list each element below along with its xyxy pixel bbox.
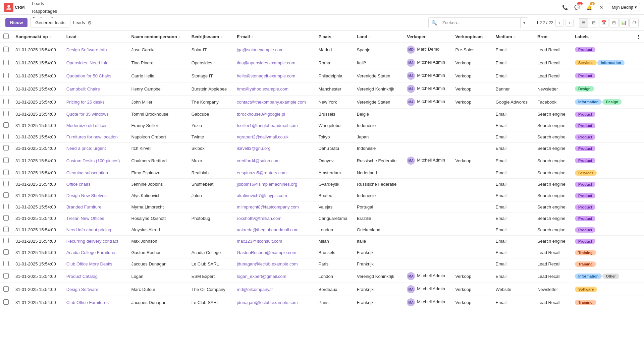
row-lead[interactable]: Cleaning subscription (63, 167, 128, 179)
row-checkbox-cell[interactable] (0, 296, 12, 309)
row-checkbox[interactable] (3, 99, 9, 104)
label-badge-information[interactable]: Information (597, 60, 625, 65)
label-badge-software[interactable]: Software (575, 287, 597, 292)
row-checkbox-cell[interactable] (0, 179, 12, 190)
nav-item-leads[interactable]: Leads (29, 0, 60, 7)
label-badge-information[interactable]: Information (575, 99, 602, 105)
row-checkbox[interactable] (3, 227, 9, 232)
row-email[interactable]: ikirvell3@gnu.org (233, 143, 315, 154)
row-checkbox[interactable] (3, 273, 9, 279)
row-checkbox-cell[interactable] (0, 120, 12, 131)
row-email[interactable]: eespinazo5@reuters.com (233, 167, 315, 179)
row-checkbox-cell[interactable] (0, 109, 12, 120)
row-lead[interactable]: Design New Shelves (63, 190, 128, 201)
row-checkbox-cell[interactable] (0, 270, 12, 283)
col-header-labels[interactable]: Labels ↕ (572, 31, 633, 43)
row-checkbox[interactable] (3, 192, 9, 198)
row-checkbox[interactable] (3, 122, 9, 128)
row-checkbox[interactable] (3, 299, 9, 305)
label-badge-information[interactable]: Information (575, 274, 602, 279)
col-header-naam-contactpersoon[interactable]: Naam contactpersoon ↕ (128, 31, 188, 43)
row-lead[interactable]: Furnitures for new location (63, 131, 128, 143)
row-checkbox[interactable] (3, 181, 9, 186)
col-header-bedrijfsnaam[interactable]: Bedrijfsnaam ↕ (188, 31, 233, 43)
row-email[interactable]: ngrabert2@dailymail.co.uk (233, 131, 315, 143)
label-badge-product[interactable]: Product (575, 47, 596, 52)
row-email[interactable]: roxshott9@trellian.com (233, 213, 315, 224)
activity-icon[interactable]: 🔔 3 (585, 3, 594, 12)
row-checkbox-cell[interactable] (0, 247, 12, 258)
search-input[interactable] (440, 20, 520, 25)
label-badge-product[interactable]: Product (575, 123, 596, 128)
row-lead[interactable]: Recurring delivery contract (63, 236, 128, 247)
label-badge-product[interactable]: Product (575, 204, 596, 210)
col-header-plaats[interactable]: Plaats ↕ (315, 31, 354, 43)
row-checkbox-cell[interactable] (0, 167, 12, 179)
row-checkbox[interactable] (3, 145, 9, 150)
row-lead[interactable]: Trelian New Offices (63, 213, 128, 224)
row-checkbox[interactable] (3, 47, 9, 52)
row-email[interactable]: jga@solar.example.com (233, 43, 315, 56)
row-checkbox[interactable] (3, 134, 9, 139)
row-lead[interactable]: Campbell: Chairs (63, 82, 128, 96)
row-email[interactable]: md@oilcompany.fr (233, 283, 315, 296)
app-logo[interactable]: CRM (4, 3, 25, 12)
label-badge-product[interactable]: Product (575, 146, 596, 151)
label-badge-product[interactable]: Product (575, 158, 596, 163)
row-lead[interactable]: Office chairs (63, 179, 128, 190)
row-checkbox-cell[interactable] (0, 154, 12, 167)
row-lead[interactable]: Design Software (63, 283, 128, 296)
row-lead[interactable]: Modernize old offices (63, 120, 128, 131)
row-email[interactable]: GastonRochon@example.com (233, 247, 315, 258)
graph-view-button[interactable]: 📊 (619, 18, 629, 27)
row-checkbox-cell[interactable] (0, 258, 12, 270)
row-checkbox-cell[interactable] (0, 56, 12, 69)
row-lead[interactable]: Need info about pricing (63, 224, 128, 236)
row-checkbox[interactable] (3, 261, 9, 266)
calendar-view-button[interactable]: 📅 (599, 18, 608, 27)
row-checkbox[interactable] (3, 238, 9, 243)
label-badge-training[interactable]: Training (575, 261, 596, 267)
row-checkbox-cell[interactable] (0, 69, 12, 82)
row-email[interactable]: jjobbins6@simplemachines.org (233, 179, 315, 190)
pager-prev[interactable]: ‹ (555, 19, 564, 27)
row-checkbox[interactable] (3, 286, 9, 292)
row-checkbox-cell[interactable] (0, 190, 12, 201)
row-checkbox-cell[interactable] (0, 82, 12, 96)
row-checkbox[interactable] (3, 60, 9, 65)
pivot-view-button[interactable]: ⊟ (609, 18, 619, 27)
select-all-checkbox[interactable] (3, 34, 9, 39)
col-header-e-mail[interactable]: E-mail ↕ (233, 31, 315, 43)
label-badge-product[interactable]: Product (575, 73, 596, 78)
label-badge-product[interactable]: Product (575, 227, 596, 233)
label-badge-product[interactable]: Product (575, 239, 596, 244)
row-email[interactable]: jdunagan@leclub.example.com (233, 296, 315, 309)
row-email[interactable]: contact@thekompany.example.com (233, 96, 315, 109)
label-badge-other[interactable]: Other (602, 274, 619, 279)
label-badge-product[interactable]: Product (575, 134, 596, 140)
row-checkbox[interactable] (3, 111, 9, 116)
row-email[interactable]: mlimprecht8@fastcompany.com (233, 201, 315, 213)
row-email[interactable]: jdunagan@leclub.example.com (233, 258, 315, 270)
col-header-bron[interactable]: Bron ↕ (534, 31, 572, 43)
col-header-aangemaakt-op[interactable]: Aangemaakt op ↕ (12, 31, 63, 43)
row-lead[interactable]: Quotation for 50 Chairs (63, 69, 128, 82)
row-lead[interactable]: Pricing for 25 desks (63, 96, 128, 109)
phone-icon[interactable]: 📞 (560, 3, 570, 12)
row-lead[interactable]: Branded Furniture (63, 201, 128, 213)
col-header-verkoper[interactable]: Verkoper ↕ (404, 31, 452, 43)
row-checkbox-cell[interactable] (0, 224, 12, 236)
row-checkbox[interactable] (3, 73, 9, 78)
row-lead[interactable]: Need a price: urgent (63, 143, 128, 154)
generate-leads-button[interactable]: Genereer leads (30, 18, 70, 27)
leads-settings-icon[interactable]: ⚙ (88, 20, 92, 25)
label-badge-design[interactable]: Design (602, 99, 622, 105)
select-all-header[interactable] (0, 31, 12, 43)
nav-item-rapportages[interactable]: Rapportages (29, 7, 60, 15)
row-checkbox-cell[interactable] (0, 96, 12, 109)
list-view-button[interactable]: ☰ (579, 18, 588, 27)
row-checkbox[interactable] (3, 170, 9, 175)
label-badge-design[interactable]: Design (575, 86, 594, 92)
col-header-land[interactable]: Land ↕ (354, 31, 404, 43)
col-header-medium[interactable]: Medium ↕ (492, 31, 534, 43)
